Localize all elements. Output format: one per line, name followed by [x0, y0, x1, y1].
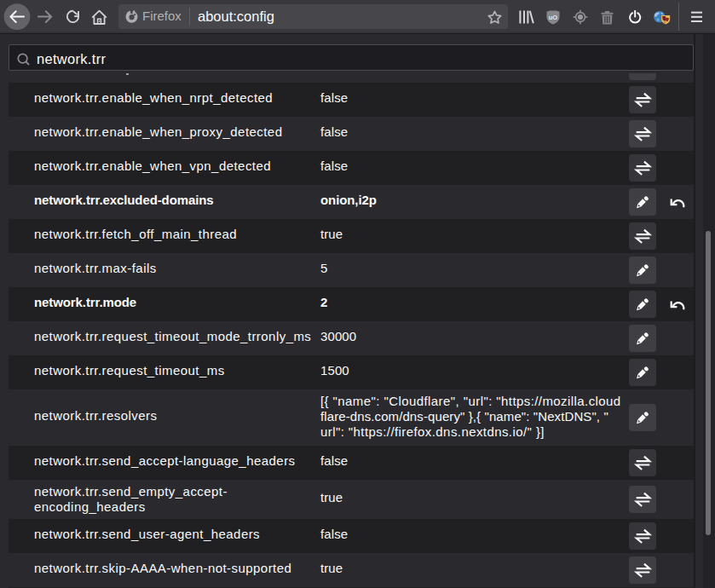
svg-text:uO: uO	[549, 14, 558, 21]
